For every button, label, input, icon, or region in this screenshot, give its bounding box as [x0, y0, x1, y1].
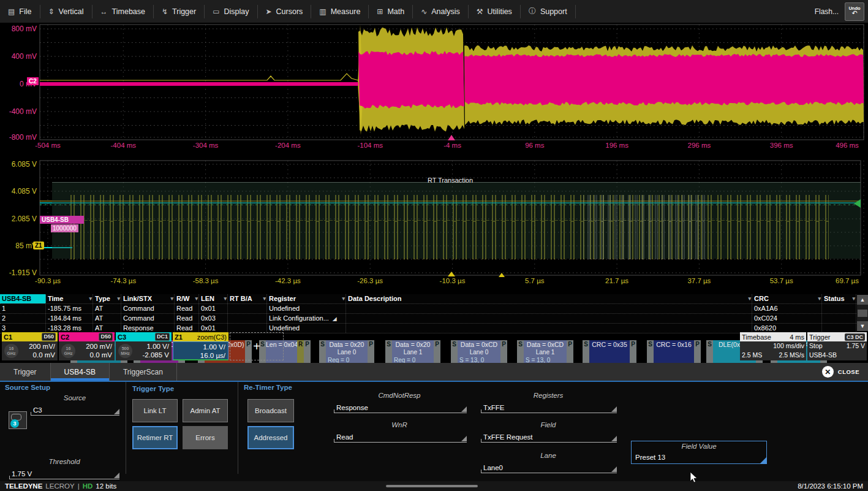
trigger-descriptor[interactable]: Trigger C3 DC Stop 1.75 V USB4-SB [807, 332, 867, 360]
descriptor-c3[interactable]: C3DC1500MHz1.00 V/-2.085 V [116, 332, 172, 360]
scroll-up-button[interactable]: ▲ [857, 295, 868, 305]
descriptor-c1[interactable]: C1D5016GHz200 mV/0.0 mV [2, 332, 58, 360]
undo-icon: ↶ [851, 10, 857, 17]
menu-item-label: File [19, 7, 31, 16]
channel-offset: 0.0 mV [86, 351, 112, 359]
close-button[interactable]: ✕ CLOSE [822, 363, 868, 381]
menu-item-math[interactable]: ⊞Math [369, 5, 413, 18]
column-dropdown-icon[interactable]: ▾ [342, 294, 345, 303]
table-scrollbar[interactable]: ▲ ▼ [857, 295, 868, 331]
field-select-wnr[interactable]: Read [334, 431, 467, 443]
trigger-type-admin-at[interactable]: Admin AT [183, 399, 228, 422]
column-header-link-stx[interactable]: Link/STX▾ [121, 294, 175, 303]
channel-offset: 0.0 mV [29, 351, 55, 359]
column-header-rt-b-a[interactable]: RT B/A▾ [228, 294, 267, 303]
y-axis-label: 4.085 V [0, 187, 37, 196]
trigger-type-retimer-rt[interactable]: Retimer RT [132, 426, 178, 449]
column-dropdown-icon[interactable]: ▾ [852, 294, 855, 303]
table-row[interactable]: 1-185.75 msATCommandRead0x01Undefined0xA… [0, 304, 856, 314]
column-header-type[interactable]: Type▾ [93, 294, 121, 303]
timebase-rate: 2.5 MS/s [779, 351, 804, 360]
tab-trigger[interactable]: Trigger [0, 363, 51, 381]
decoder-label[interactable]: USB4-SB [40, 216, 84, 224]
column-header-crc[interactable]: CRC▾ [752, 294, 822, 303]
descriptor-body: 16GHz200 mV/0.0 mV [59, 341, 115, 360]
descriptor-c2[interactable]: C2D5016GHz200 mV/0.0 mV [59, 332, 115, 360]
column-dropdown-icon[interactable]: ▾ [89, 294, 92, 303]
trigger-type-link-lt[interactable]: Link LT [132, 399, 178, 422]
source-channel-button[interactable]: 3 [9, 411, 27, 429]
column-header-status[interactable]: Status▾ [822, 294, 856, 303]
trigger-type-errors[interactable]: Errors [183, 426, 228, 449]
field-select-lane[interactable]: Lane0 [481, 462, 617, 473]
column-dropdown-icon[interactable]: ▾ [263, 294, 266, 303]
source-select[interactable]: C3 [31, 404, 119, 416]
menu-item-cursors[interactable]: ➤Cursors [258, 5, 312, 18]
zoom-trigger-marker[interactable] [448, 272, 455, 276]
retimer-type-broadcast[interactable]: Broadcast [247, 399, 294, 422]
decode-table[interactable]: USB4-SBTime▾Type▾Link/STX▾R/W▾LEN▾RT B/A… [0, 294, 856, 333]
undo-button[interactable]: Undo ↶ [845, 2, 864, 21]
column-dropdown-icon[interactable]: ▾ [748, 294, 751, 303]
channel-scale: 200 mV/ [29, 342, 55, 351]
table-row[interactable]: 2-184.84 msATCommandRead0x03Link Configu… [0, 314, 856, 324]
y-axis-label: 6.085 V [0, 160, 37, 169]
flash-status[interactable]: Flash... [815, 7, 839, 16]
x-axis-label: 96 ms [525, 142, 544, 149]
column-header-register[interactable]: Register▾ [267, 294, 346, 303]
timebase-descriptor[interactable]: Timebase 4 ms 100 ms/div 2.5 MS 2.5 MS/s [740, 332, 806, 360]
tab-usb4-sb[interactable]: USB4-SB [51, 363, 110, 381]
menu-item-label: Cursors [276, 7, 303, 16]
channel-offset: -2.085 V [143, 351, 169, 359]
scroll-thumb[interactable] [858, 310, 867, 317]
table-cell [822, 314, 856, 323]
table-cell: 0x8620 [752, 324, 822, 333]
trigger-time-marker[interactable] [448, 135, 455, 140]
channel2-position-tag[interactable]: C2 [27, 77, 39, 85]
zoom-cursor-marker[interactable] [499, 273, 505, 277]
field-select-registers[interactable]: TxFFE [481, 402, 617, 413]
status-scroll-handle[interactable] [386, 485, 478, 487]
column-dropdown-icon[interactable]: ▾ [170, 294, 173, 303]
retimer-type-addressed[interactable]: Addressed [247, 426, 294, 449]
field-value-box[interactable]: Field Value Preset 13 [631, 441, 767, 464]
menu-item-trigger[interactable]: ↯Trigger [154, 5, 205, 18]
column-header-data-description[interactable]: Data Description▾ [346, 294, 752, 303]
main-waveform-plot[interactable]: 800 mV400 mV0 mV-400 mV-800 mV C2 [0, 23, 868, 141]
column-header-r-w[interactable]: R/W▾ [175, 294, 199, 303]
column-header-len[interactable]: LEN▾ [199, 294, 228, 303]
menu-item-vertical[interactable]: ⇕Vertical [40, 5, 92, 18]
menu-item-utilities[interactable]: ⚒Utilities [469, 5, 521, 18]
bit-depth: 12 bits [96, 482, 116, 490]
field-select-cmdnotresp[interactable]: Response [334, 402, 467, 413]
column-dropdown-icon[interactable]: ▾ [195, 294, 198, 303]
bubble-label: Data = 0x20 [392, 341, 434, 348]
x-axis-label: 296 ms [688, 142, 711, 149]
menu-item-measure[interactable]: ▥Measure [311, 5, 369, 18]
menu-item-file[interactable]: ▤File [0, 5, 40, 18]
zoom-waveform-plot[interactable]: 6.085 V4.085 V2.085 V85 mV-1.915 V SDLE(… [0, 156, 868, 276]
y-axis-label: 400 mV [0, 52, 37, 61]
threshold-select[interactable]: 1.75 V [9, 468, 119, 479]
zoom-position-tag[interactable]: Z1 [33, 242, 44, 249]
table-title-cell[interactable]: USB4-SB [0, 294, 46, 303]
descriptor-z1[interactable]: Z1zoom(C3)1.00 V/16.0 µs/ [173, 332, 228, 360]
table-cell: -184.84 ms [46, 314, 93, 323]
add-trace-button[interactable]: + [230, 332, 284, 360]
tab-triggerscan[interactable]: TriggerScan [110, 363, 177, 381]
menu-item-timebase[interactable]: ↔Timebase [92, 5, 154, 18]
x-axis-label: -74.3 µs [110, 277, 136, 284]
menu-item-support[interactable]: ⓘSupport [521, 5, 576, 18]
menu-item-analysis[interactable]: ∿Analysis [413, 5, 469, 18]
column-dropdown-icon[interactable]: ▾ [224, 294, 227, 303]
scroll-down-button[interactable]: ▼ [857, 321, 868, 331]
y-axis-label: 800 mV [0, 25, 37, 33]
field-select-field[interactable]: TxFFE Request [481, 431, 617, 443]
column-dropdown-icon[interactable]: ▾ [117, 294, 120, 303]
column-dropdown-icon[interactable]: ▾ [818, 294, 821, 303]
menu-item-display[interactable]: ▭Display [205, 5, 257, 18]
menu-bar: ▤File⇕Vertical↔Timebase↯Trigger▭Display➤… [0, 0, 868, 24]
menu-item-label: Math [387, 7, 404, 16]
expand-icon[interactable]: ◢ [333, 316, 337, 322]
column-header-time[interactable]: Time▾ [46, 294, 93, 303]
